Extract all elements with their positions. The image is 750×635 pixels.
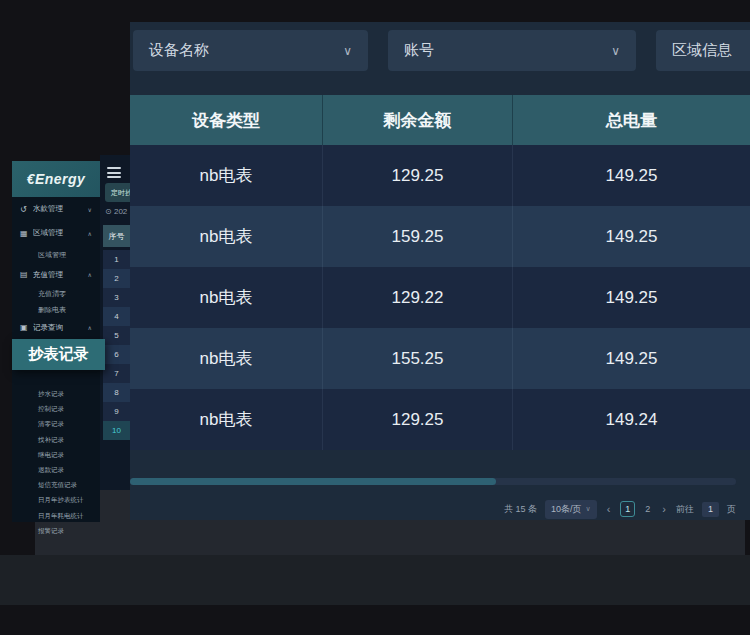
index-cell: 1 [103,250,130,269]
sidebar-item-delete-meter[interactable]: 删除电表 [12,302,100,318]
sidebar-group-payment[interactable]: ↺ 水款管理 ∨ [12,197,100,221]
region-icon: ▦ [20,229,30,238]
clock-icon: ⊙ [105,207,112,216]
table-row: nb电表 129.25 149.25 [130,145,750,206]
sidebar-group-recharge[interactable]: ▤ 充值管理 ∧ [12,264,100,285]
column-header-index: 序号 [103,225,130,247]
col-total-power: 总电量 [512,95,750,145]
table-row: nb电表 129.25 149.24 [130,389,750,450]
index-cell: 6 [103,345,130,364]
recharge-icon: ▤ [20,270,30,279]
chevron-down-icon: ∨ [611,44,620,58]
index-cell: 2 [103,269,130,288]
sidebar-item-clear-records[interactable]: 清零记录 [12,417,100,432]
chevron-up-icon: ∧ [88,271,92,278]
chevron-down-icon: ∨ [586,505,591,513]
table-header: 设备类型 剩余金额 总电量 [130,95,750,145]
date-picker[interactable]: ⊙ 202 [105,207,127,216]
menu-icon[interactable] [107,167,121,178]
chevron-up-icon: ∧ [88,230,92,237]
chevron-down-icon: ∨ [88,206,92,213]
next-page-button[interactable]: › [660,503,668,515]
table-row: nb电表 129.22 149.25 [130,267,750,328]
sidebar-item-region-manage[interactable]: 区域管理 [12,245,100,264]
sidebar-item-power-stats[interactable]: 日月年耗电统计 [12,509,100,524]
background-panel-lower [0,555,750,605]
sidebar-item-read-stats[interactable]: 日月年抄表统计 [12,493,100,508]
total-count-label: 共 15 条 [504,503,537,516]
goto-label: 前往 [676,503,694,516]
prev-page-button[interactable]: ‹ [605,503,613,515]
table-row: nb电表 155.25 149.25 [130,328,750,389]
refund-icon: ↺ [20,205,30,214]
index-cell: 9 [103,402,130,421]
col-device-type: 设备类型 [130,95,322,145]
sidebar-item-alarm-records[interactable]: 报警记录 [12,524,100,539]
horizontal-scrollbar-track [130,478,736,485]
device-name-select[interactable]: 设备名称 ∨ [133,30,368,71]
page-button-1[interactable]: 1 [620,501,635,517]
table-row: nb电表 159.25 149.25 [130,206,750,267]
sidebar-item-refund-records[interactable]: 退款记录 [12,463,100,478]
records-icon: ▣ [20,323,30,332]
goto-suffix-label: 页 [727,503,736,516]
chevron-down-icon: ∨ [343,44,352,58]
pagination: 共 15 条 10条/页 ∨ ‹ 1 2 › 前往 页 [130,498,736,520]
index-cell: 5 [103,326,130,345]
index-cell: 8 [103,383,130,402]
col-remaining-amount: 剩余金额 [322,95,512,145]
account-select[interactable]: 账号 ∨ [388,30,636,71]
index-cell-active: 10 [103,421,130,440]
sidebar-item-adjust-records[interactable]: 找补记录 [12,433,100,448]
sidebar-item-sms-recharge-records[interactable]: 短信充值记录 [12,478,100,493]
index-cell: 3 [103,288,130,307]
sidebar-item-relay-records[interactable]: 继电记录 [12,448,100,463]
sidebar-item-water-read-records[interactable]: 抄水记录 [12,387,100,402]
region-info-select[interactable]: 区域信息 [656,30,750,71]
sidebar-item-control-records[interactable]: 控制记录 [12,402,100,417]
chevron-up-icon: ∧ [88,324,92,331]
sidebar-item-meter-read-records-active[interactable]: 抄表记录 [12,339,105,370]
sidebar-header: €Energy [12,161,100,197]
index-cell: 4 [103,307,130,326]
horizontal-scrollbar-thumb[interactable] [130,478,496,485]
page-button-2[interactable]: 2 [643,504,652,514]
meter-table: 设备类型 剩余金额 总电量 nb电表 129.25 149.25 nb电表 15… [130,95,750,450]
page-size-select[interactable]: 10条/页 ∨ [545,500,597,519]
app-logo: €Energy [27,171,86,187]
meter-read-panel: 设备名称 ∨ 账号 ∨ 区域信息 设备类型 剩余金额 总电量 nb电表 129.… [130,22,750,520]
index-cell: 7 [103,364,130,383]
goto-page-input[interactable] [702,502,719,517]
sidebar-group-records[interactable]: ▣ 记录查询 ∧ [12,318,100,337]
sidebar-item-recharge-clear[interactable]: 充值清零 [12,285,100,302]
sidebar-group-region[interactable]: ▦ 区域管理 ∧ [12,221,100,245]
